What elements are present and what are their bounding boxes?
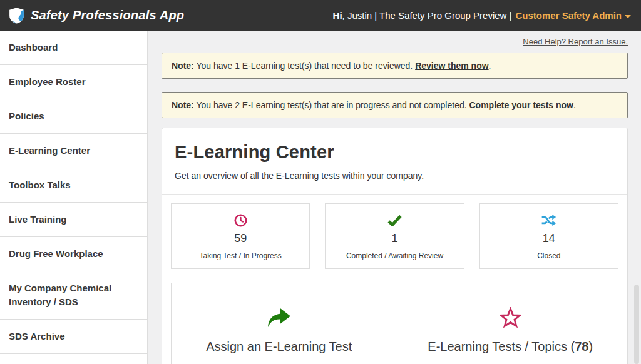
stat-value: 59	[177, 232, 304, 245]
action-label: Assign an E-Learning Test	[172, 340, 387, 354]
panel-header: E-Learning Center Get an overview of all…	[162, 128, 627, 194]
stat-label: Closed	[485, 251, 613, 260]
sidebar-item-silica-archive[interactable]: Silica Archive	[0, 354, 147, 364]
stat-card-closed[interactable]: 14 Closed	[479, 203, 618, 269]
sidebar-item-policies[interactable]: Policies	[0, 99, 147, 134]
stat-label: Taking Test / In Progress	[177, 251, 304, 260]
clock-icon	[177, 213, 304, 228]
page-title: E-Learning Center	[175, 142, 615, 163]
shield-logo-icon	[8, 7, 25, 24]
complete-tests-now-link[interactable]: Complete your tests now	[469, 100, 573, 110]
elearning-center-panel: E-Learning Center Get an overview of all…	[162, 128, 628, 364]
note-prefix: Note:	[172, 100, 194, 110]
caret-down-icon	[625, 15, 631, 18]
user-info: Hi , Justin | The Safety Pro Group Previ…	[333, 10, 631, 21]
topics-count: 78	[575, 340, 588, 353]
sidebar-item-chemical-inventory-sds[interactable]: My Company Chemical Inventory / SDS	[0, 271, 147, 320]
sidebar-item-employee-roster[interactable]: Employee Roster	[0, 65, 147, 99]
top-header-bar: Safety Professionals App Hi , Justin | T…	[0, 0, 641, 31]
sidebar-item-toolbox-talks[interactable]: Toolbox Talks	[0, 168, 147, 203]
help-row: Need Help? Report an Issue.	[162, 36, 628, 47]
note-suffix: .	[573, 100, 576, 110]
role-label: Customer Safety Admin	[516, 10, 622, 21]
tests-topics-card[interactable]: E-Learning Tests / Topics (78)	[403, 283, 619, 364]
shuffle-icon	[485, 213, 613, 228]
assign-test-card[interactable]: Assign an E-Learning Test	[171, 283, 387, 364]
note-text: You have 1 E-Learning test(s) that need …	[194, 61, 415, 71]
greeting-text: , Justin | The Safety Pro Group Preview …	[342, 10, 512, 21]
role-dropdown[interactable]: Customer Safety Admin	[516, 10, 631, 21]
sidebar-item-live-training[interactable]: Live Training	[0, 203, 147, 237]
need-help-link[interactable]: Need Help? Report an Issue.	[523, 37, 628, 46]
review-them-now-link[interactable]: Review them now	[415, 61, 488, 71]
app-title: Safety Professionals App	[31, 8, 184, 23]
action-label: E-Learning Tests / Topics (78)	[403, 340, 618, 354]
star-icon	[403, 306, 618, 330]
stat-card-in-progress[interactable]: 59 Taking Test / In Progress	[171, 203, 310, 269]
sidebar-item-elearning-center[interactable]: E-Learning Center	[0, 134, 147, 168]
stat-card-awaiting-review[interactable]: 1 Completed / Awaiting Review	[325, 203, 464, 269]
note-text: You have 2 E-Learning test(s) that are i…	[194, 100, 469, 110]
action-label-suffix: )	[589, 340, 593, 353]
note-prefix: Note:	[172, 61, 194, 71]
main-content: Need Help? Report an Issue. Note: You ha…	[148, 31, 641, 364]
page-subtitle: Get an overview of all the E-Learning te…	[175, 171, 615, 181]
stat-label: Completed / Awaiting Review	[331, 251, 458, 260]
app-brand[interactable]: Safety Professionals App	[8, 7, 184, 24]
actions-row: Assign an E-Learning Test E-Learning Tes…	[171, 283, 618, 364]
sidebar-nav: Dashboard Employee Roster Policies E-Lea…	[0, 31, 148, 364]
review-note-alert: Note: You have 1 E-Learning test(s) that…	[162, 53, 628, 79]
note-suffix: .	[489, 61, 491, 71]
greeting-bold: Hi	[333, 10, 342, 21]
stat-value: 1	[331, 232, 458, 245]
sidebar-item-sds-archive[interactable]: SDS Archive	[0, 320, 147, 354]
share-arrow-icon	[172, 306, 387, 330]
vertical-scrollbar[interactable]	[634, 285, 639, 364]
sidebar-item-dashboard[interactable]: Dashboard	[0, 31, 147, 65]
check-icon	[331, 213, 458, 228]
panel-body: 59 Taking Test / In Progress 1 Completed…	[162, 195, 627, 364]
stat-value: 14	[485, 232, 613, 245]
stats-row: 59 Taking Test / In Progress 1 Completed…	[171, 203, 618, 269]
in-progress-note-alert: Note: You have 2 E-Learning test(s) that…	[162, 92, 628, 118]
sidebar-item-drug-free-workplace[interactable]: Drug Free Workplace	[0, 237, 147, 271]
action-label-prefix: E-Learning Tests / Topics (	[428, 340, 575, 353]
